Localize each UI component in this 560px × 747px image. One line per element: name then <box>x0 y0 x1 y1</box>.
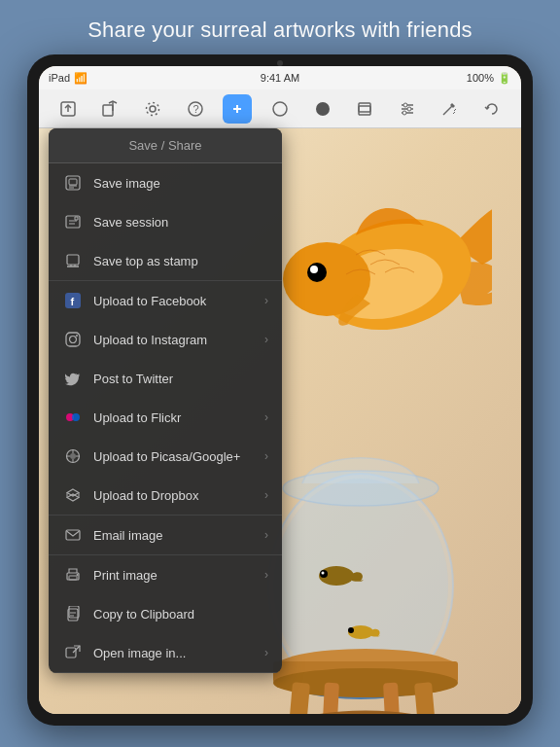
svg-marker-79 <box>67 489 79 496</box>
open-in-arrow: › <box>264 646 268 659</box>
status-bar: iPad 📶 9:41 AM 100% 🔋 <box>39 66 521 89</box>
menu-item-open-in[interactable]: Open image in... › <box>49 633 282 672</box>
ipad-frame: iPad 📶 9:41 AM 100% 🔋 <box>27 54 533 726</box>
svg-point-18 <box>403 103 407 107</box>
svg-rect-13 <box>359 103 370 112</box>
svg-rect-68 <box>66 333 80 346</box>
menu-item-email[interactable]: Email image › <box>49 516 282 554</box>
svg-text:f: f <box>71 296 75 307</box>
instagram-icon <box>62 329 84 350</box>
open-in-label: Open image in... <box>93 646 264 660</box>
menu-section-other: Print image › Copy to Clipboard <box>49 555 282 673</box>
svg-point-11 <box>273 102 287 116</box>
svg-marker-80 <box>67 494 79 501</box>
menu-item-save-image[interactable]: Save image <box>49 163 282 202</box>
menu-item-twitter[interactable]: Post to Twitter <box>49 359 282 398</box>
svg-rect-83 <box>66 530 80 540</box>
toolbar: ? <box>39 89 521 128</box>
svg-rect-2 <box>103 105 113 116</box>
twitter-label: Post to Twitter <box>93 372 268 386</box>
menu-item-dropbox[interactable]: Upload to Dropbox › <box>49 476 282 515</box>
status-time: 9:41 AM <box>261 72 299 84</box>
save-stamp-icon <box>62 250 84 271</box>
twitter-icon <box>62 368 84 389</box>
menu-item-save-stamp[interactable]: Save top as stamp <box>49 241 282 280</box>
svg-line-24 <box>453 112 455 114</box>
svg-rect-91 <box>66 648 76 658</box>
open-in-icon <box>62 642 84 663</box>
menu-item-print[interactable]: Print image › <box>49 555 282 594</box>
svg-point-28 <box>307 263 327 282</box>
toolbar-wand-icon[interactable] <box>435 94 464 124</box>
save-session-icon <box>62 211 84 232</box>
instagram-label: Upload to Instagram <box>93 333 264 347</box>
facebook-arrow: › <box>264 294 268 307</box>
wifi-icon: 📶 <box>74 72 88 85</box>
svg-point-5 <box>147 102 159 115</box>
menu-item-instagram[interactable]: Upload to Instagram › <box>49 320 282 359</box>
battery-label: 100% <box>467 72 494 84</box>
print-label: Print image <box>93 568 264 583</box>
svg-rect-56 <box>69 179 77 185</box>
svg-point-86 <box>77 574 79 576</box>
svg-point-20 <box>402 111 406 115</box>
svg-point-70 <box>76 335 78 337</box>
toolbar-record-icon[interactable] <box>308 94 337 124</box>
dropbox-icon <box>62 484 84 506</box>
facebook-label: Upload to Facebook <box>93 294 264 308</box>
toolbar-layers-icon[interactable] <box>350 94 379 124</box>
menu-section-email: Email image › <box>49 516 282 555</box>
svg-line-23 <box>454 109 456 111</box>
menu-item-clipboard[interactable]: Copy to Clipboard <box>49 594 282 633</box>
toolbar-settings-icon[interactable] <box>138 94 167 124</box>
ipad-screen: iPad 📶 9:41 AM 100% 🔋 <box>39 66 521 714</box>
status-right: 100% 🔋 <box>467 72 511 85</box>
menu-item-flickr[interactable]: Upload to Flickr › <box>49 398 282 437</box>
svg-line-21 <box>443 106 452 115</box>
email-arrow: › <box>264 528 268 542</box>
battery-icon: 🔋 <box>498 72 511 85</box>
svg-rect-62 <box>67 255 79 265</box>
menu-title: Save / Share <box>49 128 282 163</box>
status-left: iPad 📶 <box>49 72 88 85</box>
save-image-icon <box>62 172 84 194</box>
menu-item-facebook[interactable]: f Upload to Facebook › <box>49 281 282 320</box>
svg-text:?: ? <box>192 103 198 115</box>
save-share-menu: Save / Share Save image <box>49 128 282 673</box>
email-icon <box>62 524 84 546</box>
page-title: Share your surreal artworks with friends <box>68 0 492 54</box>
toolbar-undo-icon[interactable] <box>477 94 507 124</box>
toolbar-help-icon[interactable]: ? <box>181 94 210 124</box>
svg-rect-14 <box>359 106 370 115</box>
svg-point-69 <box>70 337 77 343</box>
svg-point-37 <box>348 627 354 633</box>
ipad-label: iPad <box>49 72 70 84</box>
facebook-icon: f <box>62 290 84 311</box>
dropbox-arrow: › <box>264 488 268 502</box>
picasa-icon <box>62 445 84 467</box>
flickr-label: Upload to Flickr <box>93 410 264 425</box>
email-label: Email image <box>93 528 264 543</box>
print-icon <box>62 564 84 586</box>
svg-point-35 <box>322 572 325 575</box>
toolbar-sliders-icon[interactable] <box>393 94 422 124</box>
picasa-label: Upload to Picasa/Google+ <box>93 449 264 464</box>
svg-point-12 <box>316 102 330 116</box>
dropbox-label: Upload to Dropbox <box>93 488 264 503</box>
menu-section-save: Save image Save session <box>49 163 282 281</box>
flickr-icon <box>62 407 84 428</box>
menu-item-picasa[interactable]: Upload to Picasa/Google+ › <box>49 437 282 476</box>
save-image-label: Save image <box>93 176 268 191</box>
svg-point-4 <box>150 106 156 112</box>
svg-point-72 <box>72 413 80 421</box>
print-arrow: › <box>264 568 268 582</box>
toolbar-add-icon[interactable] <box>223 94 252 124</box>
toolbar-share-icon[interactable] <box>95 94 124 124</box>
toolbar-export-icon[interactable] <box>53 94 83 124</box>
menu-section-social: f Upload to Facebook › Upload to In <box>49 281 282 516</box>
flickr-arrow: › <box>264 410 268 424</box>
menu-item-save-session[interactable]: Save session <box>49 202 282 241</box>
toolbar-circle-icon[interactable] <box>265 94 295 124</box>
save-session-label: Save session <box>93 215 268 230</box>
instagram-arrow: › <box>264 333 268 346</box>
